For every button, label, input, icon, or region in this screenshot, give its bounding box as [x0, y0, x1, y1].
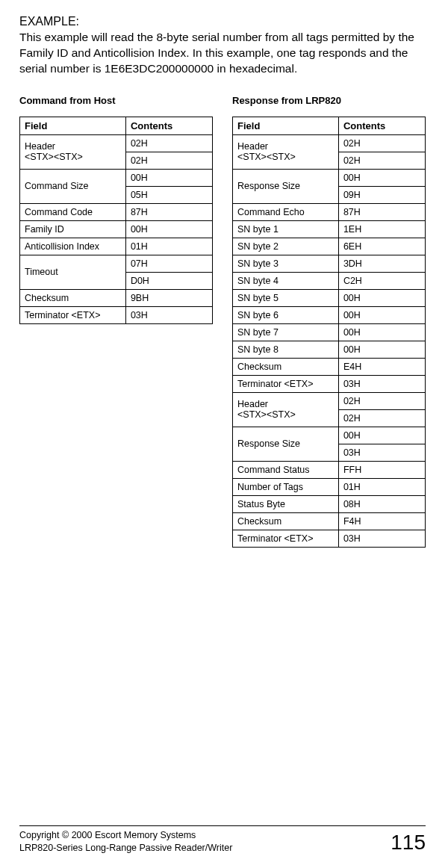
footer-copyright: Copyright © 2000 Escort Memory Systems: [19, 830, 196, 840]
contents-cell: 1EH: [338, 220, 425, 238]
field-cell: Checksum: [20, 289, 126, 306]
table-row: SN byte 700H: [233, 323, 426, 341]
contents-cell: 00H: [338, 169, 425, 186]
field-cell: Command Status: [233, 461, 339, 478]
response-table: FieldContentsHeader<STX><STX>02H02HRespo…: [232, 117, 426, 548]
right-table-column: Response from LRP820 FieldContentsHeader…: [232, 95, 426, 548]
field-cell: Response Size: [233, 427, 339, 461]
field-cell: Command Size: [20, 169, 126, 203]
field-cell: SN byte 5: [233, 289, 339, 306]
footer: Copyright © 2000 Escort Memory Systems L…: [19, 825, 426, 855]
contents-cell: 00H: [338, 306, 425, 323]
left-table-column: Command from Host FieldContentsHeader<ST…: [19, 95, 213, 548]
field-cell: Anticollision Index: [20, 238, 126, 255]
table-row: Anticollision Index01H: [20, 238, 213, 255]
field-cell: SN byte 6: [233, 306, 339, 323]
contents-cell: 02H: [338, 134, 425, 152]
contents-cell: 02H: [125, 152, 212, 169]
tables-container: Command from Host FieldContentsHeader<ST…: [19, 95, 426, 548]
table-row: SN byte 800H: [233, 341, 426, 358]
contents-cell: 05H: [125, 186, 212, 203]
table-header-field: Field: [233, 117, 339, 134]
table-row: Response Size00H: [233, 169, 426, 186]
table-row: ChecksumE4H: [233, 358, 426, 375]
field-cell: SN byte 1: [233, 220, 339, 238]
field-cell: Header<STX><STX>: [233, 134, 339, 169]
table-row: Timeout07H: [20, 255, 213, 272]
table-header-field: Field: [20, 117, 126, 134]
contents-cell: 87H: [338, 203, 425, 220]
table-row: Terminator <ETX>03H: [20, 306, 213, 323]
field-cell: Terminator <ETX>: [233, 530, 339, 547]
contents-cell: 00H: [338, 289, 425, 306]
field-cell: Terminator <ETX>: [233, 375, 339, 392]
page-number: 115: [391, 831, 426, 855]
left-table-heading: Command from Host: [19, 95, 213, 106]
field-cell: Command Echo: [233, 203, 339, 220]
contents-cell: 00H: [125, 169, 212, 186]
contents-cell: 03H: [338, 375, 425, 392]
example-text: This example will read the 8-byte serial…: [19, 30, 426, 77]
contents-cell: 01H: [338, 478, 425, 495]
table-row: Terminator <ETX>03H: [233, 530, 426, 547]
contents-cell: 00H: [338, 341, 425, 358]
field-cell: Header<STX><STX>: [20, 134, 126, 169]
table-row: SN byte 600H: [233, 306, 426, 323]
field-cell: Command Code: [20, 203, 126, 220]
table-row: Checksum9BH: [20, 289, 213, 306]
field-cell: Response Size: [233, 169, 339, 203]
field-cell: Terminator <ETX>: [20, 306, 126, 323]
field-cell: SN byte 3: [233, 255, 339, 272]
contents-cell: 02H: [338, 392, 425, 409]
contents-cell: 03H: [338, 444, 425, 461]
field-cell: SN byte 2: [233, 238, 339, 255]
table-header-contents: Contents: [338, 117, 425, 134]
field-cell: Number of Tags: [233, 478, 339, 495]
field-cell: SN byte 8: [233, 341, 339, 358]
table-row: Command StatusFFH: [233, 461, 426, 478]
field-cell: Family ID: [20, 220, 126, 238]
table-row: Command Echo87H: [233, 203, 426, 220]
contents-cell: 00H: [338, 323, 425, 341]
contents-cell: F4H: [338, 512, 425, 530]
contents-cell: 02H: [338, 409, 425, 427]
contents-cell: 08H: [338, 495, 425, 512]
table-row: SN byte 4C2H: [233, 272, 426, 289]
right-table-heading: Response from LRP820: [232, 95, 426, 106]
table-row: SN byte 500H: [233, 289, 426, 306]
table-row: Family ID00H: [20, 220, 213, 238]
contents-cell: 6EH: [338, 238, 425, 255]
command-table: FieldContentsHeader<STX><STX>02H02HComma…: [19, 117, 213, 324]
contents-cell: 87H: [125, 203, 212, 220]
contents-cell: 00H: [338, 427, 425, 444]
field-cell: Timeout: [20, 255, 126, 289]
table-row: Header<STX><STX>02H: [20, 134, 213, 152]
contents-cell: E4H: [338, 358, 425, 375]
footer-product: LRP820-Series Long-Range Passive Reader/…: [19, 843, 232, 853]
contents-cell: 02H: [125, 134, 212, 152]
field-cell: SN byte 4: [233, 272, 339, 289]
contents-cell: 03H: [125, 306, 212, 323]
table-row: Response Size00H: [233, 427, 426, 444]
footer-text: Copyright © 2000 Escort Memory Systems L…: [19, 829, 232, 855]
table-row: Number of Tags01H: [233, 478, 426, 495]
table-row: SN byte 26EH: [233, 238, 426, 255]
contents-cell: C2H: [338, 272, 425, 289]
field-cell: Checksum: [233, 512, 339, 530]
field-cell: Header<STX><STX>: [233, 392, 339, 427]
field-cell: SN byte 7: [233, 323, 339, 341]
example-label: EXAMPLE:: [19, 15, 426, 28]
table-row: Command Size00H: [20, 169, 213, 186]
contents-cell: 02H: [338, 152, 425, 169]
contents-cell: 9BH: [125, 289, 212, 306]
contents-cell: 03H: [338, 530, 425, 547]
table-header-contents: Contents: [125, 117, 212, 134]
field-cell: Checksum: [233, 358, 339, 375]
contents-cell: 09H: [338, 186, 425, 203]
field-cell: Status Byte: [233, 495, 339, 512]
table-row: SN byte 11EH: [233, 220, 426, 238]
contents-cell: 00H: [125, 220, 212, 238]
table-row: Status Byte08H: [233, 495, 426, 512]
contents-cell: FFH: [338, 461, 425, 478]
table-row: Command Code87H: [20, 203, 213, 220]
